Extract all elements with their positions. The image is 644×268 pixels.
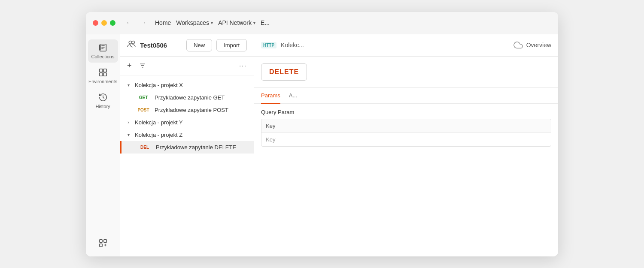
sidebar-item-collections[interactable]: Collections [88, 39, 118, 63]
method-badge-get: GET [136, 95, 151, 100]
collection-projekt-z[interactable]: ▾ Kolekcja - projekt Z [120, 129, 254, 141]
delete-label: DELETE [269, 68, 299, 75]
workspace-icon [127, 40, 136, 51]
collection-name: Kolekcja - projekt Z [135, 132, 182, 138]
filter-button[interactable] [137, 60, 148, 71]
request-item-post[interactable]: POST Przykladowe zapytanie POST [120, 104, 254, 116]
svg-rect-4 [99, 72, 102, 75]
query-params-section: Query Param Key Key [254, 104, 558, 152]
right-panel-title: Kolekc... [281, 42, 304, 48]
table-cell-key[interactable]: Key [261, 133, 551, 146]
request-name: Przykladowe zapytanie POST [155, 107, 228, 113]
sidebar-item-history-label: History [95, 104, 110, 109]
collection-name: Kolekcja - projekt Y [135, 119, 183, 126]
svg-rect-2 [99, 69, 102, 72]
svg-rect-0 [100, 44, 106, 51]
forward-button[interactable]: → [138, 18, 148, 27]
nav-arrows: ← → [124, 18, 148, 27]
close-button[interactable] [93, 20, 98, 26]
collection-projekt-y[interactable]: › Kolekcja - projekt Y [120, 116, 254, 129]
sidebar-item-collections-label: Collections [91, 54, 115, 59]
right-panel: HTTP Kolekc... Overview DELETE Params [254, 34, 558, 256]
add-collection-button[interactable]: + [125, 60, 134, 72]
nav-explore[interactable]: E... [261, 19, 270, 26]
collections-icon [98, 43, 108, 52]
back-button[interactable]: ← [124, 18, 134, 27]
traffic-lights [93, 20, 115, 26]
sidebar-item-history[interactable]: History [88, 89, 118, 112]
nav-workspaces[interactable]: Workspaces ▾ [176, 19, 213, 26]
delete-box: DELETE [261, 63, 307, 81]
right-panel-header: HTTP Kolekc... Overview [254, 34, 558, 57]
query-params-table: Key Key [261, 119, 551, 147]
http-badge: HTTP [261, 42, 276, 48]
workspace-name: Test0506 [140, 42, 182, 49]
nav-home[interactable]: Home [155, 19, 171, 26]
table-row: Key [261, 119, 551, 133]
addons-icon [98, 238, 108, 248]
overview-tab[interactable]: Overview [526, 42, 551, 48]
sidebar-item-environments[interactable]: Environments [88, 64, 118, 87]
collection-projekt-x[interactable]: ▾ Kolekcja - projekt X [120, 79, 254, 91]
request-item-get[interactable]: GET Przykladowe zapytanie GET [120, 91, 254, 104]
titlebar: ← → Home Workspaces ▾ API Network ▾ E... [86, 12, 558, 34]
tab-params[interactable]: Params [261, 88, 280, 104]
tab-authorization[interactable]: A... [289, 88, 298, 104]
collections-toolbar: + ··· [120, 57, 254, 75]
svg-rect-5 [103, 72, 106, 75]
svg-rect-8 [99, 244, 102, 246]
delete-section: DELETE [254, 57, 558, 88]
more-options-button[interactable]: ··· [237, 60, 249, 71]
workspace-header: Test0506 New Import [120, 34, 254, 57]
collection-tree: ▾ Kolekcja - projekt X GET Przykladowe z… [120, 75, 254, 256]
svg-rect-1 [99, 45, 100, 50]
request-item-delete[interactable]: DEL Przykladowe zapytanie DELETE [120, 141, 254, 154]
sidebar: Collections Environments [86, 34, 254, 256]
chevron-down-icon: ▾ [125, 132, 131, 137]
maximize-button[interactable] [110, 20, 115, 26]
sidebar-item-environments-label: Environments [88, 79, 117, 84]
collection-name: Kolekcja - projekt X [135, 82, 183, 88]
chevron-right-icon: › [125, 120, 131, 125]
icon-sidebar: Collections Environments [86, 34, 120, 256]
history-icon [98, 93, 108, 102]
request-name: Przykladowe zapytanie DELETE [156, 144, 236, 151]
cloud-icon [513, 40, 523, 50]
method-badge-del: DEL [137, 145, 152, 150]
import-button[interactable]: Import [216, 39, 247, 51]
workspaces-chevron-icon: ▾ [211, 21, 213, 25]
collections-panel: Test0506 New Import + [120, 34, 254, 256]
svg-rect-3 [103, 69, 106, 72]
query-params-label: Query Param [261, 109, 551, 115]
svg-rect-6 [99, 239, 102, 242]
request-name: Przykladowe zapytanie GET [155, 94, 225, 101]
tabs-bar: Params A... [254, 88, 558, 104]
table-row: Key [261, 133, 551, 146]
svg-rect-7 [103, 239, 106, 242]
app-window: ← → Home Workspaces ▾ API Network ▾ E... [86, 12, 558, 256]
method-badge-post: POST [136, 108, 151, 112]
table-header-key: Key [261, 119, 551, 132]
sidebar-item-addons[interactable] [88, 235, 118, 251]
new-button[interactable]: New [186, 39, 212, 51]
minimize-button[interactable] [101, 20, 107, 26]
api-network-chevron-icon: ▾ [253, 21, 255, 25]
svg-point-10 [132, 41, 135, 44]
nav-api-network[interactable]: API Network ▾ [218, 19, 255, 26]
main-content: Collections Environments [86, 34, 558, 256]
svg-point-9 [129, 41, 132, 44]
environments-icon [98, 68, 108, 77]
chevron-down-icon: ▾ [125, 83, 131, 87]
